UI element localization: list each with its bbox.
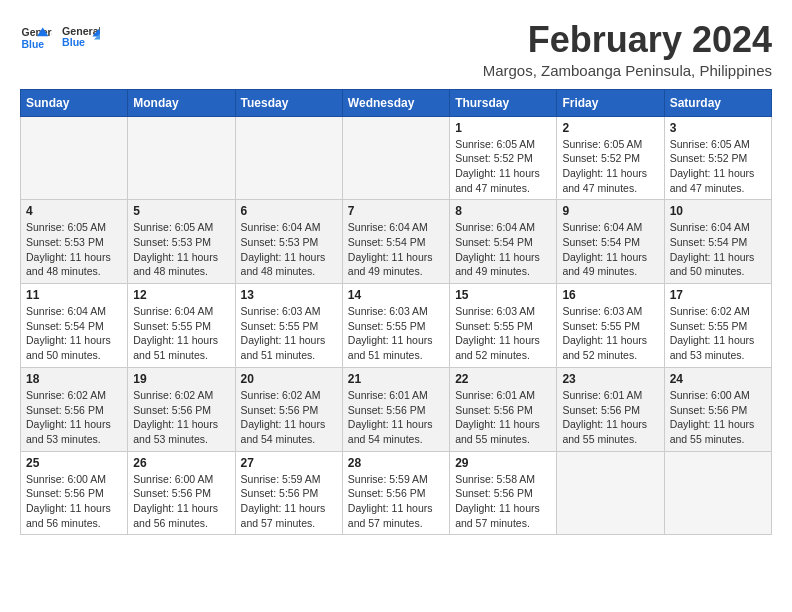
calendar-cell: 1Sunrise: 6:05 AM Sunset: 5:52 PM Daylig… bbox=[450, 116, 557, 200]
day-number: 15 bbox=[455, 288, 551, 302]
calendar-cell: 2Sunrise: 6:05 AM Sunset: 5:52 PM Daylig… bbox=[557, 116, 664, 200]
day-info: Sunrise: 6:05 AM Sunset: 5:52 PM Dayligh… bbox=[562, 137, 658, 196]
calendar-cell: 9Sunrise: 6:04 AM Sunset: 5:54 PM Daylig… bbox=[557, 200, 664, 284]
calendar-week-1: 1Sunrise: 6:05 AM Sunset: 5:52 PM Daylig… bbox=[21, 116, 772, 200]
calendar-cell: 26Sunrise: 6:00 AM Sunset: 5:56 PM Dayli… bbox=[128, 451, 235, 535]
day-info: Sunrise: 6:04 AM Sunset: 5:54 PM Dayligh… bbox=[455, 220, 551, 279]
calendar-cell: 27Sunrise: 5:59 AM Sunset: 5:56 PM Dayli… bbox=[235, 451, 342, 535]
calendar-week-2: 4Sunrise: 6:05 AM Sunset: 5:53 PM Daylig… bbox=[21, 200, 772, 284]
calendar-cell: 16Sunrise: 6:03 AM Sunset: 5:55 PM Dayli… bbox=[557, 284, 664, 368]
month-year-title: February 2024 bbox=[483, 20, 772, 60]
title-section: February 2024 Margos, Zamboanga Peninsul… bbox=[483, 20, 772, 79]
day-number: 25 bbox=[26, 456, 122, 470]
day-info: Sunrise: 6:05 AM Sunset: 5:53 PM Dayligh… bbox=[26, 220, 122, 279]
weekday-header-friday: Friday bbox=[557, 89, 664, 116]
calendar-cell: 23Sunrise: 6:01 AM Sunset: 5:56 PM Dayli… bbox=[557, 367, 664, 451]
calendar-cell: 24Sunrise: 6:00 AM Sunset: 5:56 PM Dayli… bbox=[664, 367, 771, 451]
calendar-cell: 8Sunrise: 6:04 AM Sunset: 5:54 PM Daylig… bbox=[450, 200, 557, 284]
day-info: Sunrise: 6:03 AM Sunset: 5:55 PM Dayligh… bbox=[348, 304, 444, 363]
weekday-header-thursday: Thursday bbox=[450, 89, 557, 116]
weekday-header-monday: Monday bbox=[128, 89, 235, 116]
day-info: Sunrise: 6:04 AM Sunset: 5:53 PM Dayligh… bbox=[241, 220, 337, 279]
day-number: 16 bbox=[562, 288, 658, 302]
calendar-cell bbox=[21, 116, 128, 200]
day-number: 11 bbox=[26, 288, 122, 302]
calendar-week-5: 25Sunrise: 6:00 AM Sunset: 5:56 PM Dayli… bbox=[21, 451, 772, 535]
calendar-cell: 3Sunrise: 6:05 AM Sunset: 5:52 PM Daylig… bbox=[664, 116, 771, 200]
svg-text:General: General bbox=[22, 27, 52, 38]
calendar-cell: 20Sunrise: 6:02 AM Sunset: 5:56 PM Dayli… bbox=[235, 367, 342, 451]
calendar-cell: 6Sunrise: 6:04 AM Sunset: 5:53 PM Daylig… bbox=[235, 200, 342, 284]
day-number: 5 bbox=[133, 204, 229, 218]
calendar-cell: 29Sunrise: 5:58 AM Sunset: 5:56 PM Dayli… bbox=[450, 451, 557, 535]
calendar-cell: 5Sunrise: 6:05 AM Sunset: 5:53 PM Daylig… bbox=[128, 200, 235, 284]
calendar-cell: 21Sunrise: 6:01 AM Sunset: 5:56 PM Dayli… bbox=[342, 367, 449, 451]
day-number: 10 bbox=[670, 204, 766, 218]
day-number: 22 bbox=[455, 372, 551, 386]
calendar-cell: 7Sunrise: 6:04 AM Sunset: 5:54 PM Daylig… bbox=[342, 200, 449, 284]
day-info: Sunrise: 6:00 AM Sunset: 5:56 PM Dayligh… bbox=[670, 388, 766, 447]
day-number: 8 bbox=[455, 204, 551, 218]
day-number: 17 bbox=[670, 288, 766, 302]
day-number: 26 bbox=[133, 456, 229, 470]
calendar-cell: 11Sunrise: 6:04 AM Sunset: 5:54 PM Dayli… bbox=[21, 284, 128, 368]
day-info: Sunrise: 6:02 AM Sunset: 5:56 PM Dayligh… bbox=[26, 388, 122, 447]
page-header: General Blue General Blue February 2024 … bbox=[20, 20, 772, 79]
calendar-cell: 19Sunrise: 6:02 AM Sunset: 5:56 PM Dayli… bbox=[128, 367, 235, 451]
weekday-header-wednesday: Wednesday bbox=[342, 89, 449, 116]
day-number: 1 bbox=[455, 121, 551, 135]
day-info: Sunrise: 6:01 AM Sunset: 5:56 PM Dayligh… bbox=[348, 388, 444, 447]
weekday-header-row: SundayMondayTuesdayWednesdayThursdayFrid… bbox=[21, 89, 772, 116]
calendar-week-3: 11Sunrise: 6:04 AM Sunset: 5:54 PM Dayli… bbox=[21, 284, 772, 368]
day-number: 3 bbox=[670, 121, 766, 135]
day-number: 28 bbox=[348, 456, 444, 470]
day-number: 6 bbox=[241, 204, 337, 218]
svg-text:Blue: Blue bbox=[22, 39, 45, 50]
logo-blue-text: Blue bbox=[62, 36, 85, 48]
day-number: 27 bbox=[241, 456, 337, 470]
day-number: 23 bbox=[562, 372, 658, 386]
location-subtitle: Margos, Zamboanga Peninsula, Philippines bbox=[483, 62, 772, 79]
day-number: 14 bbox=[348, 288, 444, 302]
day-number: 4 bbox=[26, 204, 122, 218]
day-number: 24 bbox=[670, 372, 766, 386]
calendar-cell: 28Sunrise: 5:59 AM Sunset: 5:56 PM Dayli… bbox=[342, 451, 449, 535]
calendar-table: SundayMondayTuesdayWednesdayThursdayFrid… bbox=[20, 89, 772, 536]
day-info: Sunrise: 6:04 AM Sunset: 5:54 PM Dayligh… bbox=[348, 220, 444, 279]
calendar-cell: 18Sunrise: 6:02 AM Sunset: 5:56 PM Dayli… bbox=[21, 367, 128, 451]
day-info: Sunrise: 6:04 AM Sunset: 5:55 PM Dayligh… bbox=[133, 304, 229, 363]
day-info: Sunrise: 6:05 AM Sunset: 5:52 PM Dayligh… bbox=[455, 137, 551, 196]
day-info: Sunrise: 6:01 AM Sunset: 5:56 PM Dayligh… bbox=[562, 388, 658, 447]
calendar-week-4: 18Sunrise: 6:02 AM Sunset: 5:56 PM Dayli… bbox=[21, 367, 772, 451]
day-info: Sunrise: 6:00 AM Sunset: 5:56 PM Dayligh… bbox=[133, 472, 229, 531]
calendar-cell: 22Sunrise: 6:01 AM Sunset: 5:56 PM Dayli… bbox=[450, 367, 557, 451]
day-info: Sunrise: 5:59 AM Sunset: 5:56 PM Dayligh… bbox=[348, 472, 444, 531]
day-number: 20 bbox=[241, 372, 337, 386]
day-info: Sunrise: 6:02 AM Sunset: 5:55 PM Dayligh… bbox=[670, 304, 766, 363]
weekday-header-tuesday: Tuesday bbox=[235, 89, 342, 116]
day-info: Sunrise: 6:03 AM Sunset: 5:55 PM Dayligh… bbox=[455, 304, 551, 363]
calendar-cell: 15Sunrise: 6:03 AM Sunset: 5:55 PM Dayli… bbox=[450, 284, 557, 368]
day-info: Sunrise: 6:04 AM Sunset: 5:54 PM Dayligh… bbox=[670, 220, 766, 279]
logo: General Blue General Blue bbox=[20, 20, 100, 56]
weekday-header-saturday: Saturday bbox=[664, 89, 771, 116]
day-number: 21 bbox=[348, 372, 444, 386]
day-info: Sunrise: 6:02 AM Sunset: 5:56 PM Dayligh… bbox=[241, 388, 337, 447]
day-number: 12 bbox=[133, 288, 229, 302]
day-number: 29 bbox=[455, 456, 551, 470]
day-info: Sunrise: 6:01 AM Sunset: 5:56 PM Dayligh… bbox=[455, 388, 551, 447]
day-info: Sunrise: 6:04 AM Sunset: 5:54 PM Dayligh… bbox=[562, 220, 658, 279]
day-info: Sunrise: 6:00 AM Sunset: 5:56 PM Dayligh… bbox=[26, 472, 122, 531]
day-info: Sunrise: 6:03 AM Sunset: 5:55 PM Dayligh… bbox=[241, 304, 337, 363]
calendar-cell: 17Sunrise: 6:02 AM Sunset: 5:55 PM Dayli… bbox=[664, 284, 771, 368]
weekday-header-sunday: Sunday bbox=[21, 89, 128, 116]
calendar-cell bbox=[342, 116, 449, 200]
calendar-cell bbox=[664, 451, 771, 535]
calendar-cell: 14Sunrise: 6:03 AM Sunset: 5:55 PM Dayli… bbox=[342, 284, 449, 368]
calendar-cell bbox=[128, 116, 235, 200]
day-info: Sunrise: 6:02 AM Sunset: 5:56 PM Dayligh… bbox=[133, 388, 229, 447]
day-number: 19 bbox=[133, 372, 229, 386]
calendar-cell: 13Sunrise: 6:03 AM Sunset: 5:55 PM Dayli… bbox=[235, 284, 342, 368]
day-info: Sunrise: 5:58 AM Sunset: 5:56 PM Dayligh… bbox=[455, 472, 551, 531]
logo-bird-icon: General Blue bbox=[62, 20, 100, 56]
